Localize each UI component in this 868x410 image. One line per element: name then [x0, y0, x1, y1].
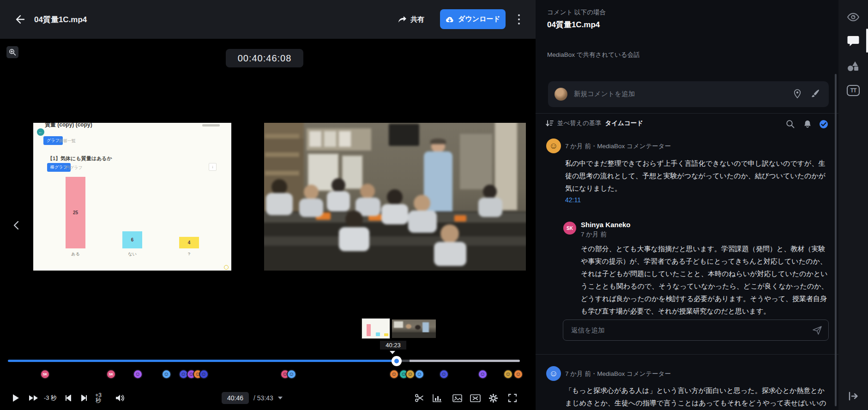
timeline-comment-marker[interactable]: ☺: [162, 369, 171, 379]
send-icon: [813, 326, 822, 335]
timeline-comment-marker[interactable]: ☺: [439, 369, 449, 379]
send-reply-button[interactable]: [813, 326, 822, 337]
video-title: 04質量1C.mp4: [34, 14, 87, 25]
timeline-comment-marker[interactable]: ☺: [389, 369, 399, 379]
reply-avatar: SK: [563, 222, 576, 235]
tt-icon: TT: [847, 85, 860, 96]
timeline-comment-marker[interactable]: ☺: [133, 369, 143, 379]
panel-file-title: 04質量1C.mp4: [547, 19, 600, 30]
reply-placeholder: 返信を追加: [571, 326, 605, 335]
timeline-scrubber[interactable]: SKSK☺☺☺☺☺☺☺☺☺☺☺☺☺☺☺☺: [0, 357, 536, 385]
timeline-remaining: [410, 360, 520, 362]
eye-icon: [847, 13, 859, 21]
brush-icon: [811, 89, 820, 98]
timeline-comment-marker[interactable]: SK: [106, 369, 116, 379]
trim-button[interactable]: [412, 386, 426, 410]
classroom-scene: [264, 123, 526, 271]
sort-row: 並べ替えの基準 タイムコード: [536, 114, 838, 136]
reply-input[interactable]: 返信を追加: [563, 320, 829, 341]
divider: [536, 354, 838, 355]
panel-scrollbar[interactable]: [835, 74, 837, 406]
scissors-icon: [415, 393, 424, 403]
current-time: 40:46: [222, 392, 249, 404]
panel-label: コメント 以下の場合: [547, 8, 606, 17]
location-marker-button[interactable]: [794, 89, 801, 100]
speaker-icon: [115, 394, 125, 402]
playhead-handle[interactable]: [392, 356, 402, 366]
comments-panel: コメント 以下の場合 04質量1C.mp4 MediaBox で共有されている会…: [536, 0, 838, 410]
slide-chart-category: ？: [179, 251, 199, 257]
reply-meta: 7 か月 前: [581, 230, 607, 239]
timeline-comment-marker[interactable]: SK: [40, 369, 50, 379]
download-button[interactable]: ダウンロード: [440, 9, 506, 29]
letterbox-button[interactable]: [468, 386, 482, 410]
zoom-in-button[interactable]: [6, 46, 18, 58]
snapshot-button[interactable]: [450, 386, 464, 410]
volume-button[interactable]: [113, 386, 127, 410]
shared-conversation-label: MediaBox で共有されている会話: [547, 51, 640, 59]
new-comment-input[interactable]: 新規コメントを追加: [548, 81, 829, 107]
view-tab[interactable]: [846, 10, 860, 24]
timeline-comment-marker[interactable]: ☺: [513, 369, 523, 379]
comment-bubble-icon: [847, 36, 859, 47]
play-button[interactable]: [9, 386, 22, 410]
stats-button[interactable]: [430, 386, 444, 410]
smiley-face-icon: ☺: [549, 368, 558, 379]
preview-caret-icon: [390, 351, 395, 354]
player-controls: -3 秒 +3秒 40:46 / 53:43: [0, 386, 536, 410]
download-label: ダウンロード: [458, 15, 500, 24]
prev-frame-button[interactable]: [62, 386, 74, 410]
timeline-progress: [8, 360, 397, 362]
video-frame-classroom: [264, 123, 526, 271]
back-button[interactable]: [13, 13, 26, 26]
app-root: 04質量1C.mp4 共有 ダウンロード 00:40:46:08 質量 (cop…: [0, 0, 868, 410]
skip-forward-3s-button[interactable]: +3秒: [91, 386, 105, 410]
fullscreen-button[interactable]: [506, 386, 519, 410]
transcript-tab[interactable]: TT: [846, 84, 860, 97]
duration-menu-caret[interactable]: [278, 397, 283, 399]
seek-back-chevron[interactable]: [13, 221, 19, 232]
fullscreen-icon: [508, 394, 517, 402]
check-circle-icon: [819, 120, 828, 129]
more-options-button[interactable]: [515, 13, 523, 25]
slide-chart-category: ない: [122, 251, 142, 257]
smiley-face-icon: ☺: [549, 141, 558, 151]
timeline-comment-marker[interactable]: ☺: [503, 369, 513, 379]
timeline-comment-marker[interactable]: ☺: [199, 369, 209, 379]
timeline-comment-marker[interactable]: ☺: [478, 369, 488, 379]
player-topbar: 04質量1C.mp4 共有 ダウンロード: [0, 0, 536, 39]
filter-resolved-button[interactable]: [819, 120, 828, 131]
slide-chart-bar: 25: [66, 177, 85, 248]
comments-tab[interactable]: [846, 34, 860, 48]
timeline-comment-marker[interactable]: ☺: [405, 369, 415, 379]
settings-button[interactable]: [486, 386, 500, 410]
gear-icon: [489, 394, 498, 403]
timecode-overlay: 00:40:46:08: [226, 49, 303, 67]
timeline-comment-marker[interactable]: ☺: [415, 369, 424, 379]
commenter-avatar: ☺: [546, 139, 561, 153]
reply-body: その部分、とても大事な指摘だと思います。学習課題（発問）と、教材（実験や事実の提…: [581, 242, 830, 317]
collapse-panel-button[interactable]: [846, 389, 860, 403]
slide-chart-bar: 4: [179, 237, 199, 248]
video-frame-slide: 質量 (copy) (copy) ← グラフ 回答一覧 【1】気体にも質量はある…: [33, 123, 231, 271]
sort-selector[interactable]: 並べ替えの基準 タイムコード: [546, 119, 643, 127]
skip-back-3s-button[interactable]: -3 秒: [41, 386, 60, 410]
share-button[interactable]: 共有: [398, 13, 424, 26]
notifications-button[interactable]: [803, 120, 812, 131]
play-icon: [13, 394, 19, 402]
assets-tab[interactable]: [846, 59, 860, 73]
sort-label: 並べ替えの基準: [557, 119, 601, 127]
timeline-comment-marker[interactable]: ☺: [287, 369, 296, 379]
annotate-button[interactable]: [811, 89, 820, 100]
comment-body: 私の中でまだ整理できておらず上手く言語化できないので申し訳ないのですが、生徒の思…: [565, 157, 831, 194]
comment-timestamp-link[interactable]: 42:11: [565, 196, 581, 204]
search-comments-button[interactable]: [786, 120, 795, 130]
chevron-left-icon: [14, 222, 18, 229]
bell-icon: [803, 120, 812, 129]
pin-icon: [794, 89, 801, 98]
image-icon: [452, 394, 462, 402]
playback-speed-button[interactable]: [27, 386, 41, 410]
video-viewport: 00:40:46:08 質量 (copy) (copy) ← グラフ 回答一覧 …: [0, 39, 536, 410]
next-frame-button[interactable]: [78, 386, 90, 410]
cloud-download-icon: [445, 16, 454, 23]
